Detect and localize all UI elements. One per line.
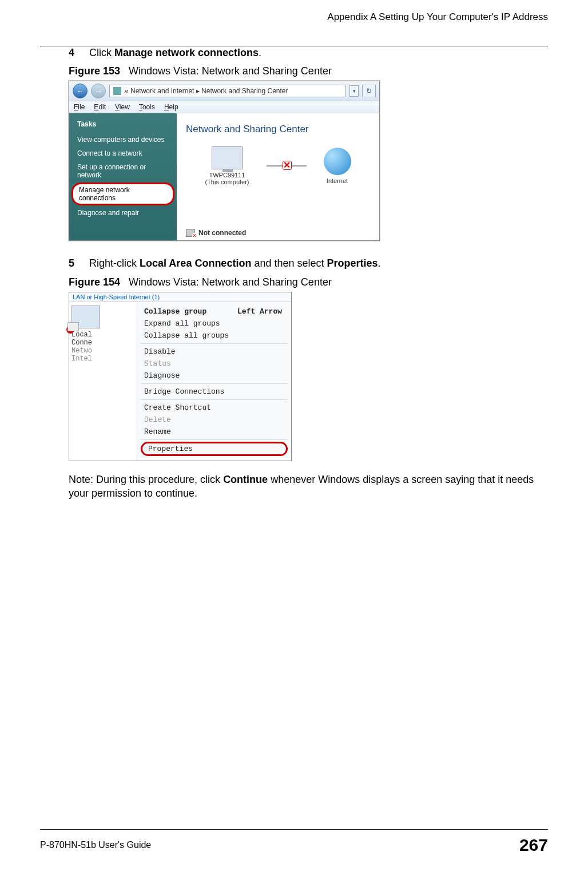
ctx-disable[interactable]: Disable bbox=[137, 346, 291, 358]
win1-main-title: Network and Sharing Center bbox=[186, 124, 370, 135]
note-prefix: Note: During this procedure, click bbox=[69, 474, 223, 485]
ctx-diagnose[interactable]: Diagnose bbox=[137, 370, 291, 382]
footer-guide-name: P-870HN-51b User's Guide bbox=[40, 840, 151, 850]
step-5-mid: and then select bbox=[251, 257, 327, 269]
ctx-collapse-all[interactable]: Collapse all groups bbox=[137, 330, 291, 342]
note-text: Note: During this procedure, click Conti… bbox=[69, 473, 548, 501]
task-setup-connection[interactable]: Set up a connection or network bbox=[69, 160, 177, 182]
ctx-sep-2 bbox=[141, 383, 288, 384]
tasks-header: Tasks bbox=[69, 119, 177, 133]
step-4-post: . bbox=[259, 47, 261, 58]
footer-page-number: 267 bbox=[519, 835, 548, 855]
net-connection-line: ✕ bbox=[267, 165, 307, 167]
ctx-status: Status bbox=[137, 358, 291, 370]
lan-icon: ✕ bbox=[71, 306, 100, 328]
globe-icon bbox=[324, 148, 351, 175]
lan-connection-item[interactable]: ✕ Local Conne Netwo Intel bbox=[69, 302, 137, 461]
lan-label-2: Conne bbox=[71, 339, 134, 347]
task-view-computers[interactable]: View computers and devices bbox=[69, 133, 177, 146]
step-4-bold: Manage network connections bbox=[114, 47, 259, 58]
win1-titlebar: ← → « Network and Internet ▸ Network and… bbox=[69, 81, 379, 101]
task-manage-connections[interactable]: Manage network connections bbox=[71, 183, 174, 205]
note-bold: Continue bbox=[223, 474, 268, 485]
menu-help[interactable]: Help bbox=[164, 103, 178, 111]
figure-154-label: Figure 154 bbox=[69, 276, 120, 288]
network-diagram: TWPC99111 (This computer) ✕ Internet bbox=[186, 146, 370, 185]
monitor-icon bbox=[212, 146, 243, 169]
ctx-collapse-group-label: Collapse group bbox=[144, 307, 206, 316]
ctx-create-shortcut[interactable]: Create Shortcut bbox=[137, 402, 291, 414]
lan-label-3: Netwo bbox=[71, 347, 134, 355]
breadcrumb: « Network and Internet ▸ Network and Sha… bbox=[125, 87, 288, 95]
win2-body: ✕ Local Conne Netwo Intel Collapse group… bbox=[69, 302, 291, 461]
node-internet: Internet bbox=[324, 148, 351, 184]
step-5-pre: Right-click bbox=[89, 257, 140, 269]
ctx-collapse-group[interactable]: Collapse group Left Arrow bbox=[137, 306, 291, 318]
menu-tools[interactable]: Tools bbox=[139, 103, 155, 111]
step-5-text: Right-click Local Area Connection and th… bbox=[89, 257, 381, 270]
menu-edit[interactable]: Edit bbox=[94, 103, 106, 111]
win2-group-header: LAN or High-Speed Internet (1) bbox=[69, 292, 291, 302]
address-bar[interactable]: « Network and Internet ▸ Network and Sha… bbox=[109, 85, 346, 97]
ctx-delete: Delete bbox=[137, 414, 291, 426]
win1-body: Tasks View computers and devices Connect… bbox=[69, 113, 379, 240]
ctx-rename[interactable]: Rename bbox=[137, 426, 291, 438]
status-text: Not connected bbox=[198, 229, 246, 237]
node-this-computer-sub: (This computer) bbox=[205, 179, 249, 185]
figure-154-title: Windows Vista: Network and Sharing Cente… bbox=[129, 276, 332, 288]
task-diagnose-repair[interactable]: Diagnose and repair bbox=[69, 206, 177, 220]
figure-154-caption: Figure 154 Windows Vista: Network and Sh… bbox=[69, 276, 548, 288]
node-this-computer-name: TWPC99111 bbox=[205, 172, 249, 179]
lan-label-4: Intel bbox=[71, 355, 134, 363]
win1-menu: File Edit View Tools Help bbox=[69, 101, 379, 113]
node-this-computer: TWPC99111 (This computer) bbox=[205, 146, 249, 185]
step-5-bold2: Properties bbox=[327, 257, 378, 269]
step-5-bold1: Local Area Connection bbox=[140, 257, 251, 269]
context-menu: Collapse group Left Arrow Expand all gro… bbox=[137, 302, 291, 461]
ctx-sep-3 bbox=[141, 399, 288, 400]
figure-154-window: LAN or High-Speed Internet (1) ✕ Local C… bbox=[69, 292, 292, 461]
connection-status: Not connected bbox=[186, 229, 246, 237]
header-appendix: Appendix A Setting Up Your Computer's IP… bbox=[40, 11, 548, 23]
refresh-button[interactable]: ↻ bbox=[362, 85, 376, 97]
step-4-text: Click Manage network connections. bbox=[89, 46, 261, 60]
step-5: 5 Right-click Local Area Connection and … bbox=[69, 257, 548, 270]
node-internet-label: Internet bbox=[324, 177, 351, 184]
ctx-expand-all[interactable]: Expand all groups bbox=[137, 318, 291, 330]
menu-file[interactable]: File bbox=[74, 103, 85, 111]
step-5-post: . bbox=[378, 257, 381, 269]
win1-main: Network and Sharing Center TWPC99111 (Th… bbox=[177, 113, 379, 240]
ctx-collapse-group-shortcut: Left Arrow bbox=[237, 307, 282, 316]
figure-153-caption: Figure 153 Windows Vista: Network and Sh… bbox=[69, 65, 548, 77]
address-icon bbox=[113, 87, 121, 95]
figure-153-title: Windows Vista: Network and Sharing Cente… bbox=[129, 65, 332, 77]
page-footer: P-870HN-51b User's Guide 267 bbox=[40, 829, 548, 855]
ctx-bridge[interactable]: Bridge Connections bbox=[137, 386, 291, 398]
tasks-sidebar: Tasks View computers and devices Connect… bbox=[69, 113, 177, 240]
forward-button[interactable]: → bbox=[91, 84, 106, 98]
ctx-sep-4 bbox=[141, 439, 288, 440]
figure-153-window: ← → « Network and Internet ▸ Network and… bbox=[69, 81, 380, 241]
disconnected-icon: ✕ bbox=[283, 161, 292, 170]
status-icon bbox=[186, 229, 195, 237]
figure-153-label: Figure 153 bbox=[69, 65, 120, 77]
ctx-properties[interactable]: Properties bbox=[141, 442, 288, 456]
step-4: 4 Click Manage network connections. bbox=[69, 46, 548, 60]
step-4-num: 4 bbox=[69, 46, 79, 60]
footer-rule bbox=[40, 829, 548, 830]
step-4-pre: Click bbox=[89, 47, 114, 58]
step-5-num: 5 bbox=[69, 257, 79, 270]
menu-view[interactable]: View bbox=[115, 103, 130, 111]
lan-label-1: Local bbox=[71, 331, 134, 339]
address-dropdown[interactable]: ▾ bbox=[349, 85, 359, 97]
lan-disconnected-icon: ✕ bbox=[66, 326, 74, 334]
task-connect-network[interactable]: Connect to a network bbox=[69, 146, 177, 160]
back-button[interactable]: ← bbox=[73, 84, 88, 98]
ctx-sep-1 bbox=[141, 343, 288, 344]
